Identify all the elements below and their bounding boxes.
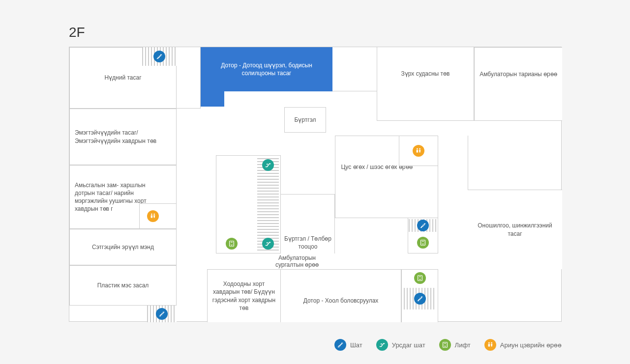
escalator-strip (257, 157, 279, 251)
room-diagnostics[interactable]: Оношилгоо, шинжилгээний тасаг (468, 190, 562, 269)
room-label: Дотор - Хоол боловсруулах (303, 297, 379, 305)
svg-point-2 (267, 164, 268, 165)
room-reg-payment[interactable]: Бүртгэл / Төлбөр тооцоо (281, 195, 335, 253)
legend-stairs: Шат (334, 339, 362, 351)
room-label: Дотор - Дотоод шүүрэл, бодисын солилцоон… (204, 61, 329, 77)
elevator-icon (414, 272, 426, 284)
stairs-icon (417, 220, 429, 231)
room-womens-dept[interactable]: Эмэгтэйчүүдийн тасаг/ Эмэгтэйчүүдийн хав… (69, 109, 177, 165)
room-label: Пластик мэс засал (97, 281, 149, 289)
corridor-gap-2 (332, 47, 377, 91)
divider (281, 194, 335, 195)
escalator-icon (262, 238, 274, 250)
legend-restroom: Ариун цэврийн өрөө (484, 339, 562, 351)
room-plastic-surgery[interactable]: Пластик мэс засал (69, 265, 177, 306)
elevator-icon (226, 238, 238, 250)
room-label: Сэтгэцийн эрүүл мэнд (92, 243, 154, 251)
room-cardio[interactable]: Зүрх судасны төв (377, 47, 474, 121)
room-label: Бүртгэл / Төлбөр тооцоо (284, 235, 332, 251)
svg-point-5 (417, 148, 418, 150)
room-outpatient-injection[interactable]: Амбулаторын тарианы өрөө (474, 47, 562, 121)
escalator-icon (262, 159, 274, 171)
legend-elevator: Лифт (439, 339, 471, 351)
svg-point-1 (153, 214, 155, 215)
legend-escalator: Урсдаг шат (376, 339, 425, 351)
room-internal-endocrine-ext (201, 90, 224, 107)
room-label: Зүрх судасны төв (401, 70, 450, 78)
label-outpatient-training: Амбулаторын сургалтын өрөө (265, 254, 329, 268)
svg-point-3 (267, 242, 268, 243)
stairs-icon (414, 293, 426, 305)
room-label: Оношилгоо, шинжилгээний тасаг (471, 222, 559, 237)
svg-point-6 (419, 148, 420, 150)
room-label: Нүдний тасаг (104, 74, 141, 82)
svg-point-9 (381, 343, 382, 344)
stairs-icon (153, 51, 165, 62)
room-label: Бүртгэл (294, 116, 316, 124)
legend: Шат Урсдаг шат Лифт Ариун цэврийн өрөө (69, 339, 562, 351)
legend-label: Лифт (455, 341, 471, 349)
stairs-icon (156, 308, 168, 320)
corridor-gap-1 (177, 47, 201, 109)
room-label: Эмэгтэйчүүдийн тасаг/ Эмэгтэйчүүдийн хав… (75, 129, 173, 144)
restroom-icon (484, 339, 496, 351)
svg-point-0 (151, 214, 152, 215)
room-label: Амбулаторын тарианы өрөө (480, 70, 557, 78)
room-registration[interactable]: Бүртгэл (284, 107, 326, 133)
room-digestion[interactable]: Дотор - Хоол боловсруулах (281, 269, 401, 322)
legend-label: Шат (350, 341, 362, 349)
room-stomach-cancer[interactable]: Ходоодны хорт хавдарын төв/ Бүдүүн гэдэс… (207, 269, 281, 322)
room-internal-endocrine[interactable]: Дотор - Дотоод шүүрэл, бодисын солилцоон… (201, 47, 332, 91)
stairs-icon (334, 339, 346, 351)
elevator-icon (439, 339, 451, 351)
escalator-icon (376, 339, 388, 351)
svg-point-11 (488, 342, 490, 344)
legend-label: Ариун цэврийн өрөө (500, 341, 562, 349)
room-label: Ходоодны хорт хавдарын төв/ Бүдүүн гэдэс… (210, 280, 277, 312)
restroom-icon (147, 210, 159, 222)
restroom-icon (413, 145, 424, 157)
elevator-icon (417, 237, 429, 249)
legend-label: Урсдаг шат (392, 341, 425, 349)
svg-point-12 (491, 342, 492, 344)
floor-label: 2F (69, 25, 85, 40)
room-mental-health[interactable]: Сэтгэцийн эрүүл мэнд (69, 229, 177, 265)
floor-map: Нүдний тасаг Дотор - Дотоод шүүрэл, боди… (69, 47, 562, 322)
